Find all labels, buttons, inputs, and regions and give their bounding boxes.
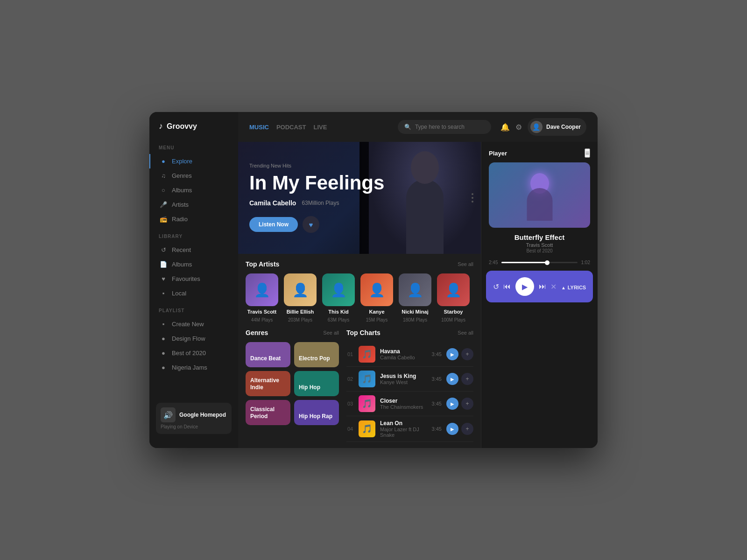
chart-title-3: Lean On [380, 420, 427, 427]
favourite-button[interactable]: ♥ [303, 216, 319, 233]
artist-card-3[interactable]: 👤 Kanye 15M Plays [360, 273, 393, 322]
search-input[interactable] [415, 124, 485, 130]
chart-play-btn-3[interactable]: ▶ [446, 423, 458, 435]
chart-thumb-3: 🎵 [359, 420, 375, 437]
chart-num-1: 02 [346, 376, 354, 382]
genre-hip-hop[interactable]: Hip Hop [294, 371, 339, 396]
sidebar-item-radio[interactable]: 📻 Radio [149, 212, 238, 226]
sidebar-item-albums[interactable]: ○ Albums [149, 183, 238, 197]
playlist-label: PLAYLIST [149, 308, 238, 313]
favourites-label: Favourites [172, 275, 200, 282]
nav-tabs: MUSIC PODCAST LIVE [249, 122, 327, 133]
prev-button[interactable]: ⏮ [503, 282, 511, 291]
chart-add-btn-3[interactable]: + [461, 423, 473, 435]
hero-label: Trending New Hits [249, 163, 384, 168]
logo: ♪ Groovvy [149, 121, 238, 140]
logo-icon: ♪ [159, 121, 163, 131]
genre-dance-beat[interactable]: Dance Beat [246, 342, 290, 367]
chart-play-btn-0[interactable]: ▶ [446, 348, 458, 360]
lyrics-button[interactable]: ▲ LYRICS [561, 283, 586, 290]
genres-see-all[interactable]: See all [323, 330, 339, 336]
top-artists-see-all[interactable]: See all [458, 261, 473, 267]
chart-add-btn-2[interactable]: + [461, 398, 473, 410]
sidebar-item-artists[interactable]: 🎤 Artists [149, 197, 238, 212]
chart-info-0: Havana Camila Cabello [380, 348, 427, 360]
nigeria-jams-label: Nigeria Jams [172, 364, 207, 371]
player-song-artist: Travis Scott [489, 242, 590, 248]
device-card[interactable]: 🔊 Google Homepod Playing on Device [156, 403, 232, 434]
main-content: MUSIC PODCAST LIVE 🔍 🔔 ⚙ 👤 Dave Cooper [238, 112, 598, 448]
charts-see-all[interactable]: See all [458, 330, 473, 336]
chart-artist-1: Kanye West [380, 379, 427, 385]
chart-item-1: 02 🎵 Jesus is King Kanye West 3:45 ▶ + [346, 367, 473, 392]
hero-title: In My Feelings [249, 172, 384, 194]
sidebar-item-create-new[interactable]: ▪ Create New [149, 317, 238, 331]
chart-info-2: Closer The Chainsmokers [380, 398, 427, 410]
artists-icon: 🎤 [160, 201, 167, 208]
hero-dot-2 [472, 197, 473, 199]
close-button[interactable]: ✕ [550, 282, 557, 291]
genre-electro-pop[interactable]: Electro Pop [294, 342, 339, 367]
next-button[interactable]: ⏭ [539, 282, 546, 291]
genre-name-2: Alternative Indie [250, 377, 286, 391]
genre-alt-indie[interactable]: Alternative Indie [246, 371, 290, 396]
header-actions: 🔔 ⚙ 👤 Dave Cooper [500, 118, 586, 136]
notification-button[interactable]: 🔔 [500, 123, 510, 132]
chart-artist-3: Major Lazer ft DJ Snake [380, 427, 427, 438]
sidebar-item-design-flow[interactable]: ● Design Flow [149, 331, 238, 346]
artist-avatar-3: 👤 [360, 273, 393, 306]
sidebar-item-local[interactable]: ▪ Local [149, 286, 238, 301]
tab-live[interactable]: LIVE [313, 122, 327, 133]
artist-avatar-5: 👤 [437, 273, 470, 306]
artists-label: Artists [172, 201, 189, 208]
search-bar[interactable]: 🔍 [398, 120, 491, 134]
genres-label: Genres [172, 172, 192, 179]
favourites-icon: ♥ [160, 275, 167, 282]
player-progress: 2:45 1:02 [481, 255, 598, 267]
chart-add-btn-0[interactable]: + [461, 348, 473, 360]
listen-now-button[interactable]: Listen Now [249, 217, 298, 232]
sidebar-item-explore[interactable]: ● Explore [149, 154, 238, 168]
artists-grid: 👤 Travis Scott 44M Plays 👤 Billie Ellish… [246, 273, 473, 322]
chart-actions-2: ▶ + [446, 398, 473, 410]
tab-music[interactable]: MUSIC [249, 122, 269, 133]
charts-section: Top Charts See all 01 🎵 Havana Camila Ca… [346, 322, 473, 442]
genre-name-4: Classical Period [250, 406, 286, 420]
user-button[interactable]: 👤 Dave Cooper [528, 118, 586, 136]
local-label: Local [172, 290, 186, 297]
chart-info-1: Jesus is King Kanye West [380, 373, 427, 385]
chart-play-btn-1[interactable]: ▶ [446, 373, 458, 385]
charts-title: Top Charts [346, 329, 381, 336]
progress-handle[interactable] [545, 260, 550, 265]
genres-header: Genres See all [246, 329, 339, 336]
best-of-2020-icon: ● [160, 350, 167, 357]
progress-bar[interactable] [501, 262, 577, 263]
settings-button[interactable]: ⚙ [515, 123, 522, 132]
artist-card-5[interactable]: 👤 Starboy 100M Plays [437, 273, 470, 322]
hero-dot-3 [472, 201, 473, 203]
sidebar-item-lib-albums[interactable]: 📄 Albums [149, 257, 238, 272]
sidebar-item-recent[interactable]: ↺ Recent [149, 243, 238, 257]
chart-add-btn-1[interactable]: + [461, 373, 473, 385]
artist-card-2[interactable]: 👤 This Kid 63M Plays [322, 273, 355, 322]
sidebar-item-favourites[interactable]: ♥ Favourites [149, 272, 238, 286]
chart-play-btn-2[interactable]: ▶ [446, 398, 458, 410]
chart-artist-2: The Chainsmokers [380, 404, 427, 410]
repeat-button[interactable]: ↺ [493, 282, 499, 291]
sidebar-item-nigeria-jams[interactable]: ● Nigeria Jams [149, 360, 238, 375]
genre-hiphop-rap[interactable]: Hip Hop Rap [294, 400, 339, 425]
play-button[interactable]: ▶ [515, 277, 534, 296]
sidebar-item-best-of-2020[interactable]: ● Best of 2020 [149, 346, 238, 360]
queue-button[interactable]: ≡ [585, 148, 590, 158]
artist-card-1[interactable]: 👤 Billie Ellish 203M Plays [284, 273, 317, 322]
sidebar-item-genres[interactable]: ♫ Genres [149, 168, 238, 183]
local-icon: ▪ [160, 290, 167, 297]
artist-card-0[interactable]: 👤 Travis Scott 44M Plays [246, 273, 278, 322]
chart-thumb-0: 🎵 [359, 346, 375, 363]
artist-card-4[interactable]: 👤 Nicki Minaj 180M Plays [399, 273, 431, 322]
artist-img-1: 👤 [284, 273, 317, 306]
hero-meta: Camila Cabello 63Million Plays [249, 199, 384, 207]
right-panel: Player ≡ Butterfly Effect Travis Scott B… [481, 142, 598, 448]
genre-classical[interactable]: Classical Period [246, 400, 290, 425]
tab-podcast[interactable]: PODCAST [276, 122, 306, 133]
